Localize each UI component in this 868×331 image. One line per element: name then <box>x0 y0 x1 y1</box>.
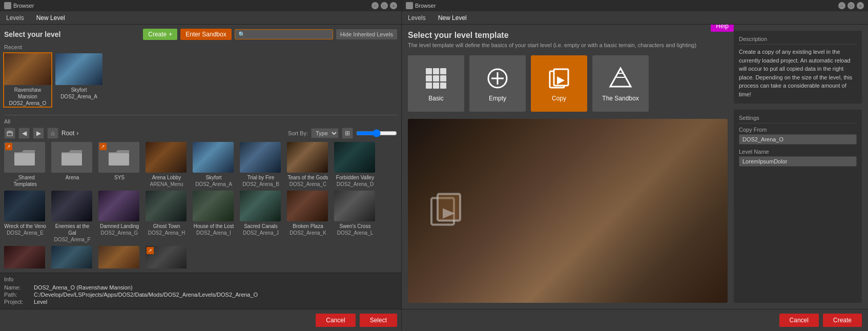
level-name-label: Level Name <box>739 149 857 155</box>
right-create-btn[interactable]: Create <box>823 314 862 327</box>
view-toggle-btn[interactable]: ⊞ <box>342 128 353 139</box>
left-menu-new-level[interactable]: New Level <box>34 13 67 23</box>
search-box[interactable]: 🔍 <box>235 29 333 39</box>
file-item-15[interactable]: Swen's CrossDOS2_Arena_L <box>334 191 376 243</box>
file-item-7[interactable]: Forbidden ValleyDOS2_Arena_D <box>334 142 376 188</box>
help-btn[interactable]: Help <box>711 25 734 32</box>
file-item-10[interactable]: Damned LandingDOS2_Arena_G <box>98 191 140 243</box>
file-item-0[interactable]: ↗ _Shared Templates <box>4 142 46 188</box>
file-thumb-3 <box>146 142 187 173</box>
file-thumb-img-15 <box>334 191 375 221</box>
file-label-9: Enemies at the GalDOS2_Arena_F <box>51 223 93 243</box>
file-thumb-img-6 <box>287 142 328 173</box>
right-menu-new-level[interactable]: New Level <box>436 13 469 23</box>
right-maximize-btn[interactable]: □ <box>848 2 855 9</box>
left-minimize-btn[interactable]: − <box>371 2 379 9</box>
left-maximize-btn[interactable]: □ <box>381 2 388 9</box>
nav-home-btn[interactable]: ⌂ <box>47 128 58 139</box>
svg-rect-3 <box>61 153 82 166</box>
file-item-5[interactable]: Trial by FireDOS2_Arena_B <box>240 142 282 188</box>
file-item-11[interactable]: Ghost TownDOS2_Arena_H <box>146 191 188 243</box>
export-badge: ↗ <box>147 247 154 254</box>
description-section: Description Create a copy of any existin… <box>734 31 862 104</box>
svg-rect-0 <box>5 3 10 8</box>
file-thumb-10 <box>98 191 139 221</box>
file-label-14: Broken PlazaDOS2_Arena_K <box>287 223 329 236</box>
file-item-4[interactable]: SkyfortDOS2_Arena_A <box>193 142 235 188</box>
template-card-copy[interactable]: Copy <box>531 55 587 112</box>
file-toolbar: ◀ ▶ ⌂ Root › Sort By: Type ⊞ <box>4 128 397 139</box>
top-actions: Create + Enter Sandbox 🔍 Hide Inherited … <box>143 29 397 40</box>
right-minimize-btn[interactable]: − <box>838 2 845 9</box>
search-input[interactable] <box>247 31 329 38</box>
recent-item-0[interactable]: Ravenshaw Mansion DOS2_Arena_O <box>4 53 51 107</box>
enter-sandbox-button[interactable]: Enter Sandbox <box>180 29 231 40</box>
file-item-17[interactable]: Castle OutskirtsDOS2_Arena_N <box>51 246 93 268</box>
right-close-btn[interactable]: × <box>857 2 864 9</box>
template-card-sandbox[interactable]: The Sandbox <box>592 55 649 112</box>
file-item-14[interactable]: Broken PlazaDOS2_Arena_K <box>287 191 329 243</box>
sort-select[interactable]: Type <box>311 128 339 138</box>
settings-title: Settings <box>739 115 857 123</box>
file-label-3: Arena LobbyARENA_Menu <box>146 174 188 188</box>
left-app-icon <box>4 2 11 9</box>
nav-forward-btn[interactable]: ▶ <box>33 128 44 139</box>
recent-grid: Ravenshaw Mansion DOS2_Arena_O Skyfort D… <box>4 53 397 107</box>
left-close-btn[interactable]: × <box>390 2 397 9</box>
file-thumb-7 <box>334 142 375 173</box>
file-item-2[interactable]: ↗ SYS <box>98 142 140 188</box>
file-thumb-img-11 <box>146 191 187 221</box>
file-item-3[interactable]: Arena LobbyARENA_Menu <box>146 142 188 188</box>
preview-background <box>408 119 728 303</box>
copy-from-input[interactable] <box>739 134 857 144</box>
new-folder-btn[interactable] <box>4 128 15 139</box>
zoom-slider[interactable] <box>356 129 397 137</box>
file-thumb-img-4 <box>193 142 234 173</box>
left-bottom-btns: Cancel Select <box>0 309 401 331</box>
template-main: Select your level template The level tem… <box>408 31 728 303</box>
left-menu-levels[interactable]: Levels <box>4 13 26 23</box>
right-cancel-btn[interactable]: Cancel <box>779 314 819 327</box>
file-label-6: Tears of the GodsDOS2_Arena_C <box>287 174 329 188</box>
level-name-input[interactable] <box>739 156 857 167</box>
file-thumb-4 <box>193 142 234 173</box>
file-item-8[interactable]: Wreck of the VenoDOS2_Arena_E <box>4 191 46 243</box>
copy-label: Copy <box>552 95 566 102</box>
file-thumb-img-17 <box>51 246 92 268</box>
left-select-btn[interactable]: Select <box>360 314 397 327</box>
file-thumb-img-12 <box>193 191 234 221</box>
create-button[interactable]: Create + <box>143 29 177 40</box>
template-card-empty[interactable]: Empty <box>469 55 526 112</box>
file-thumb-img-7 <box>334 142 375 173</box>
file-item-19[interactable]: ↗ SYS_CC_Template_… <box>146 246 188 268</box>
recent-label-0: Ravenshaw Mansion DOS2_Arena_O <box>4 87 51 107</box>
info-name-key: Name: <box>4 284 30 291</box>
file-item-9[interactable]: Enemies at the GalDOS2_Arena_F <box>51 191 93 243</box>
svg-rect-11 <box>440 75 446 81</box>
right-title-left: Browser <box>406 2 436 9</box>
file-item-13[interactable]: Sacred CanalsDOS2_Arena_J <box>240 191 282 243</box>
right-menu-levels[interactable]: Levels <box>406 13 428 23</box>
file-item-16[interactable]: Dwarven MinesDOS2_Arena_M <box>4 246 46 268</box>
file-item-6[interactable]: Tears of the GodsDOS2_Arena_C <box>287 142 329 188</box>
file-item-12[interactable]: House of the LostDOS2_Arena_I <box>193 191 235 243</box>
right-content: Help Select your level template The leve… <box>402 25 868 309</box>
export-badge: ↗ <box>5 143 12 150</box>
file-item-1[interactable]: Arena <box>51 142 93 188</box>
empty-label: Empty <box>489 95 506 102</box>
template-card-basic[interactable]: Basic <box>408 55 464 112</box>
recent-item-1[interactable]: Skyfort DOS2_Arena_A <box>55 53 102 107</box>
breadcrumb-root[interactable]: Root <box>61 130 74 137</box>
preview-art-overlay <box>536 119 728 303</box>
left-cancel-btn[interactable]: Cancel <box>316 314 355 327</box>
template-title: Select your level template <box>408 31 728 40</box>
file-thumb-6 <box>287 142 328 173</box>
file-thumb-img-3 <box>146 142 187 173</box>
empty-icon <box>484 65 511 92</box>
svg-rect-19 <box>554 69 568 86</box>
nav-back-btn[interactable]: ◀ <box>18 128 30 139</box>
file-item-18[interactable]: Ravenshaw Mansi…DOS2_Arena_O <box>98 246 140 268</box>
hide-inherited-btn[interactable]: Hide Inherited Levels <box>336 29 397 39</box>
file-thumb-17 <box>51 246 92 268</box>
all-label: All <box>4 118 397 125</box>
